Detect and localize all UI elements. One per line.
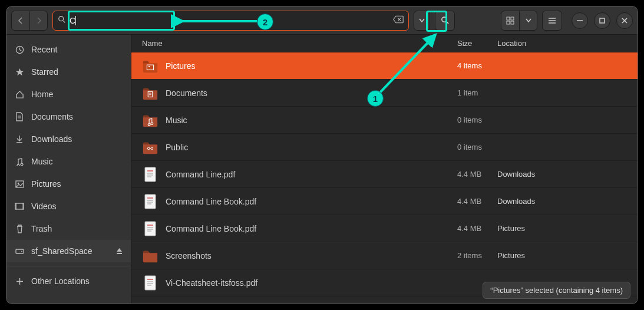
drive-icon — [15, 248, 24, 255]
sidebar-item-label: Trash — [31, 224, 52, 233]
sidebar-item-downloads[interactable]: Downloads — [6, 128, 131, 150]
folder-icon — [142, 59, 158, 73]
column-location-header[interactable]: Location — [497, 39, 627, 48]
sidebar-item-starred[interactable]: Starred — [6, 61, 131, 83]
svg-rect-35 — [145, 194, 156, 209]
sidebar-item-device[interactable]: sf_SharedSpace — [6, 240, 131, 262]
clear-search-icon[interactable] — [393, 15, 404, 25]
file-size: 4.4 MB — [457, 224, 497, 233]
nav-group — [11, 11, 48, 31]
svg-rect-6 — [507, 21, 510, 24]
file-size: 0 items — [457, 143, 497, 151]
maximize-button[interactable] — [594, 12, 610, 29]
sidebar-item-home[interactable]: Home — [6, 83, 131, 105]
close-button[interactable] — [616, 12, 633, 29]
file-name: Command Line Book.pdf — [166, 224, 256, 233]
video-icon — [15, 203, 24, 210]
sidebar-item-label: Documents — [31, 112, 73, 121]
table-row[interactable]: Command Line.pdf4.4 MBDownloads — [131, 161, 638, 188]
svg-rect-19 — [15, 203, 16, 209]
search-options-dropdown[interactable] — [414, 11, 430, 31]
home-icon — [15, 90, 24, 99]
folder-icon — [142, 86, 158, 100]
icon-view-button[interactable] — [501, 11, 519, 30]
file-name: Documents — [166, 88, 207, 98]
main-panel: Name Size Location Pictures4 itemsDocume… — [131, 35, 638, 304]
table-row[interactable]: Screenshots2 itemsPictures — [131, 242, 638, 269]
table-row[interactable]: Pictures4 items — [131, 52, 638, 80]
svg-point-22 — [21, 251, 22, 252]
sidebar-item-label: Music — [31, 157, 53, 166]
file-name: Vi-Cheatsheet-itsfoss.pdf — [166, 278, 257, 288]
folder-icon — [142, 140, 158, 154]
trash-icon — [15, 225, 24, 233]
file-size: 0 items — [457, 116, 497, 124]
music-icon — [15, 157, 24, 166]
view-dropdown-button[interactable] — [519, 11, 537, 30]
svg-rect-4 — [507, 17, 510, 20]
sidebar-item-trash[interactable]: Trash — [6, 217, 131, 240]
sidebar-item-other-locations[interactable]: Other Locations — [6, 270, 131, 292]
sidebar-item-label: Starred — [31, 67, 58, 77]
svg-rect-7 — [511, 21, 514, 24]
search-bar: C — [52, 11, 409, 31]
back-button[interactable] — [12, 11, 29, 30]
file-icon — [142, 276, 158, 290]
svg-rect-40 — [145, 222, 156, 236]
window-controls — [572, 12, 633, 29]
folder-icon — [142, 249, 158, 263]
sidebar-item-documents[interactable]: Documents — [6, 105, 131, 128]
file-name: Screenshots — [166, 251, 212, 260]
minimize-button[interactable] — [572, 12, 588, 29]
search-icon — [58, 15, 66, 25]
sidebar-item-label: Other Locations — [31, 276, 90, 286]
hamburger-menu-button[interactable] — [542, 11, 562, 31]
image-icon — [15, 180, 24, 188]
sidebar-item-videos[interactable]: Videos — [6, 195, 131, 217]
file-size: 1 item — [457, 88, 497, 97]
file-location: Pictures — [497, 224, 627, 233]
download-icon — [15, 135, 24, 144]
file-name: Pictures — [166, 61, 196, 71]
file-icon — [142, 167, 158, 182]
status-bar: “Pictures” selected (containing 4 items) — [483, 282, 630, 299]
sidebar-item-label: Pictures — [31, 179, 61, 189]
column-size-header[interactable]: Size — [457, 39, 497, 48]
svg-rect-21 — [16, 249, 24, 253]
file-icon — [142, 194, 158, 209]
forward-button[interactable] — [29, 11, 47, 30]
svg-line-1 — [63, 21, 65, 22]
table-row[interactable]: Music0 items — [131, 107, 638, 134]
eject-icon[interactable] — [116, 246, 123, 256]
toolbar: C — [6, 6, 638, 35]
file-name: Music — [166, 116, 187, 125]
sidebar-item-pictures[interactable]: Pictures — [6, 173, 131, 195]
svg-point-17 — [17, 182, 19, 184]
svg-point-0 — [59, 17, 64, 21]
sidebar-item-label: Recent — [31, 45, 57, 54]
table-row[interactable]: Documents1 item — [131, 80, 638, 107]
star-icon — [15, 68, 24, 77]
search-input-value: C — [70, 16, 75, 25]
sidebar: Recent Starred Home Documents Downloads … — [6, 35, 131, 304]
sidebar-item-recent[interactable]: Recent — [6, 38, 131, 61]
file-size: 4.4 MB — [457, 197, 497, 206]
sidebar-item-label: sf_SharedSpace — [31, 246, 93, 256]
table-row[interactable]: Command Line Book.pdf4.4 MBPictures — [131, 215, 638, 242]
table-row[interactable]: Command Line Book.pdf4.4 MBDownloads — [131, 188, 638, 215]
table-row[interactable]: Public0 items — [131, 134, 638, 161]
svg-point-2 — [441, 17, 446, 22]
file-rows: Pictures4 itemsDocuments1 itemMusic0 ite… — [131, 52, 638, 304]
file-location: Downloads — [497, 197, 627, 206]
file-icon — [142, 222, 158, 236]
sidebar-item-music[interactable]: Music — [6, 150, 131, 173]
file-location: Downloads — [497, 170, 627, 179]
column-name-header[interactable]: Name — [142, 39, 457, 48]
text-caret — [75, 16, 76, 25]
file-name: Command Line Book.pdf — [166, 197, 256, 206]
file-name: Command Line.pdf — [166, 170, 235, 179]
folder-icon — [142, 113, 158, 127]
svg-point-24 — [148, 65, 150, 67]
search-toggle-button[interactable] — [435, 11, 455, 31]
file-size: 4 items — [457, 61, 497, 70]
